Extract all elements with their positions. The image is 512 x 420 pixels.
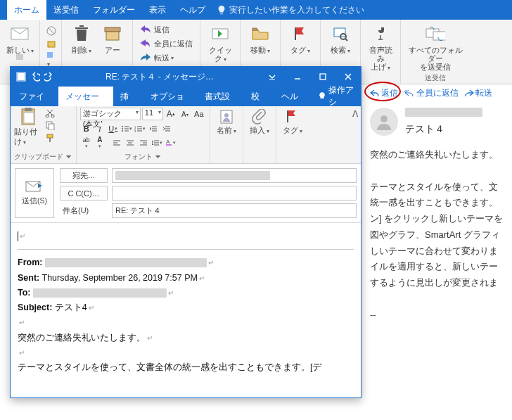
align-center-button[interactable] [124,136,136,149]
tell-me-search[interactable]: 実行したい作業を入力してください [217,4,364,16]
reading-body: 突然のご連絡失礼いたします。 テーマとスタイルを使って、文 統一感を出すこともで… [370,147,512,323]
svg-rect-23 [47,134,53,138]
compose-tab-review[interactable]: 校閲 [244,87,274,106]
compose-titlebar: RE: テスト４ - メッセージ… [11,67,361,87]
reading-reply-button[interactable]: 返信 [370,87,398,99]
close-button[interactable] [335,67,361,87]
tab-sendreceive[interactable]: 送受信 [46,0,86,20]
font-color-button[interactable]: A [94,136,106,149]
svg-point-13 [380,115,388,122]
align-right-button[interactable] [137,136,150,149]
compose-tags-button[interactable]: タグ [280,108,305,136]
line-spacing-button[interactable] [151,136,163,149]
archive-button[interactable]: アー [97,21,128,54]
undo-icon[interactable] [30,72,40,82]
move-button[interactable]: 移動 [245,21,276,54]
highlight-button[interactable]: ab [80,136,93,149]
tags-button[interactable]: タグ [285,21,316,54]
sync-folders-icon [425,26,445,42]
compose-window: RE: テスト４ - メッセージ… ファイル メッセージ 挿入 オプション 書式… [10,66,361,398]
ribbon-collapse-button[interactable] [260,67,285,87]
paste-button[interactable]: 貼り付け [14,108,44,152]
numbering-button[interactable]: 123 [134,122,146,135]
svg-rect-9 [334,28,345,37]
svg-point-33 [224,113,229,117]
compose-tab-format[interactable]: 書式設定 [198,87,244,106]
tab-home[interactable]: ホーム [7,0,46,20]
font-name-select[interactable]: 游ゴシック (本文' [80,108,141,120]
cut-icon[interactable] [45,108,56,119]
search-icon [333,26,348,42]
to-button[interactable]: 宛先… [60,168,108,183]
mail-new-icon [11,26,29,42]
underline-button[interactable]: U [107,122,120,135]
cc-button[interactable]: C C(C)… [60,186,108,201]
envelope-send-icon [25,181,44,193]
flag-icon [293,26,308,42]
compose-header: 送信(S) 宛先… C C(C)… 件名(U) RE: テスト４ [11,164,361,223]
clear-format-button[interactable]: A [164,136,177,149]
reading-reply-all-button[interactable]: 全員に返信 [404,87,459,99]
compose-tab-insert[interactable]: 挿入 [113,87,143,106]
clipboard-icon [20,108,37,126]
compose-tell-me[interactable]: 操作アシ [317,84,361,108]
compose-tab-message[interactable]: メッセージ [58,87,113,106]
delete-button[interactable]: 削除 [66,21,97,54]
svg-point-26 [122,128,123,129]
outdent-button[interactable] [147,122,160,135]
change-case-button[interactable]: Aa [193,108,205,120]
compose-tab-help[interactable]: ヘルプ [274,87,313,106]
new-button[interactable]: 新しい [4,21,35,54]
format-painter-icon[interactable] [45,133,56,144]
lightbulb-icon [217,5,226,15]
cleanup-icon[interactable] [46,51,57,62]
ignore-icon[interactable] [46,25,57,37]
svg-rect-5 [105,27,120,32]
reply-button[interactable]: 返信 [137,23,196,37]
svg-rect-34 [287,110,288,122]
svg-rect-24 [49,138,51,142]
speaker-icon [375,25,386,42]
redo-icon[interactable] [44,72,54,82]
send-button[interactable]: 送信(S) [15,168,54,218]
compose-ribbon-tabs: ファイル メッセージ 挿入 オプション 書式設定 校閲 ヘルプ 操作アシ [11,87,361,106]
tab-view[interactable]: 表示 [142,0,173,20]
font-size-select[interactable]: 11 [142,108,163,120]
copy-icon[interactable] [45,120,56,132]
reading-forward-button[interactable]: 転送 [464,87,492,99]
minimize-button[interactable] [285,67,310,87]
shrink-font-button[interactable]: A▾ [179,108,191,120]
cc-field[interactable] [112,186,357,201]
send-receive-all-button[interactable]: すべてのフォルダー を送受信 [405,21,466,71]
to-field[interactable] [112,168,357,183]
save-icon[interactable] [16,72,26,82]
include-button[interactable]: 挿入 [247,108,272,136]
ribbon-options-button[interactable]: ᐱ [352,106,361,163]
read-aloud-button[interactable]: 音声読み上げ [365,21,396,71]
forward-button[interactable]: 転送 [137,51,196,65]
group-label-font: フォント ⏷ [80,152,206,163]
quicksteps-button[interactable]: クイック [205,21,236,63]
compose-tab-options[interactable]: オプション [143,87,198,106]
junk-icon[interactable] [46,38,57,49]
indent-button[interactable] [160,122,173,135]
subject-label: 件名(U) [60,205,108,216]
reply-all-button[interactable]: 全員に返信 [137,37,196,51]
names-button[interactable]: 名前 [214,108,239,136]
maximize-button[interactable] [310,67,335,87]
svg-rect-12 [433,32,445,40]
subject-field[interactable]: RE: テスト４ [112,203,357,218]
reading-pane: 返信 全員に返信 転送 テスト４ 突然のご連絡失礼いたします。 テーマとスタイル… [366,84,512,323]
grow-font-button[interactable]: A▴ [165,108,177,120]
compose-tab-file[interactable]: ファイル [11,87,58,106]
search-button[interactable]: 検索 [325,21,356,54]
address-book-icon [219,109,234,125]
tab-help[interactable]: ヘルプ [173,0,212,20]
bullets-button[interactable] [120,122,133,135]
align-left-button[interactable] [110,136,123,149]
reading-subject: テスト４ [405,123,482,136]
compose-body[interactable]: From: Sent: Thursday, September 26, 2019… [11,223,361,397]
archive-icon [104,27,121,41]
tab-folder[interactable]: フォルダー [86,0,142,20]
folder-move-icon [252,27,269,41]
